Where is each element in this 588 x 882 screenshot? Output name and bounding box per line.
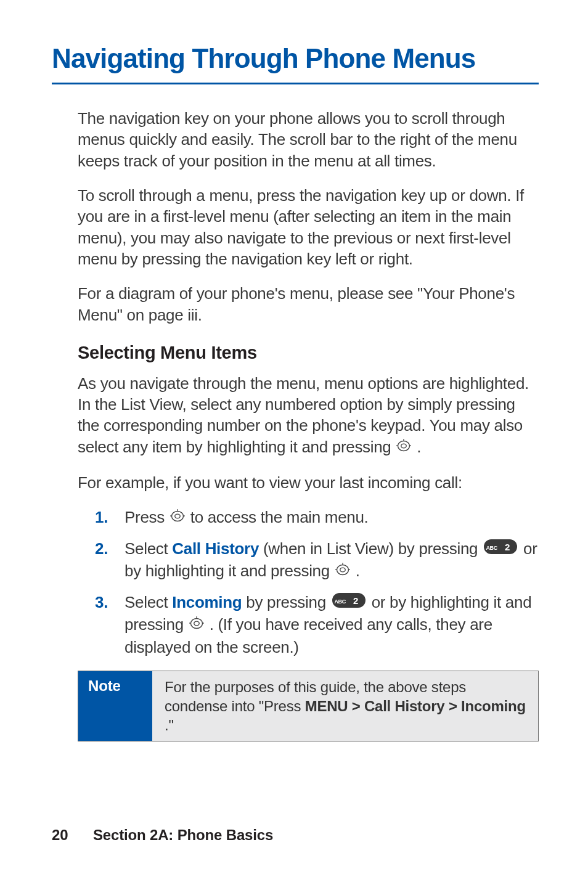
svg-point-9 (175, 514, 180, 518)
svg-point-21 (194, 621, 199, 626)
text: (when in List View) by pressing (263, 539, 482, 558)
key-digit: 2 (353, 595, 358, 606)
text: . (417, 438, 421, 456)
ok-key-icon (396, 436, 411, 457)
svg-point-8 (171, 512, 183, 521)
sub-heading: Selecting Menu Items (78, 343, 539, 363)
svg-point-4 (401, 444, 406, 448)
key-text: ABC (486, 544, 498, 550)
note-path: MENU > Call History > Incoming (305, 698, 526, 714)
step-number: 2. (95, 538, 125, 560)
step-text: Select Incoming by pressing ABC 2 or by … (125, 592, 539, 658)
page-content: Navigating Through Phone Menus The navig… (0, 0, 588, 741)
note-body: For the purposes of this guide, the abov… (152, 671, 538, 741)
steps-list: 1. Press t (78, 507, 539, 658)
step-number: 1. (95, 507, 125, 528)
text: . (356, 561, 360, 580)
text: As you navigate through the menu, menu o… (78, 374, 529, 456)
page-footer: 20 Section 2A: Phone Basics (52, 827, 273, 844)
svg-point-20 (190, 619, 202, 629)
body-block: The navigation key on your phone allows … (52, 108, 539, 741)
text: by pressing (246, 593, 330, 611)
note-label: Note (78, 671, 152, 741)
ok-key-icon (335, 560, 350, 582)
paragraph-3: For a diagram of your phone's menu, plea… (78, 283, 539, 325)
section-label: Section 2A: Phone Basics (93, 827, 273, 843)
step-1: 1. Press t (95, 507, 539, 529)
paragraph-1: The navigation key on your phone allows … (78, 108, 539, 171)
text: Press (125, 508, 169, 526)
heading-rule (52, 83, 539, 84)
page-number: 20 (52, 827, 68, 843)
abc-2-key-icon: ABC 2 (484, 538, 517, 560)
paragraph-2: To scroll through a menu, press the navi… (78, 185, 539, 269)
step-2: 2. Select Call History (when in List Vie… (95, 538, 539, 583)
svg-point-3 (398, 441, 410, 451)
note-box: Note For the purposes of this guide, the… (78, 671, 539, 742)
text: Select (125, 593, 172, 611)
incoming-label: Incoming (172, 593, 242, 611)
text: Select (125, 539, 172, 558)
svg-point-14 (337, 565, 348, 575)
paragraph-4: As you navigate through the menu, menu o… (78, 373, 539, 459)
call-history-label: Call History (172, 539, 259, 558)
svg-point-15 (340, 568, 345, 572)
step-number: 3. (95, 592, 125, 613)
text: to access the main menu. (190, 508, 369, 526)
key-text: ABC (334, 598, 346, 604)
text: ." (165, 717, 174, 733)
step-text: Select Call History (when in List View) … (125, 538, 539, 583)
paragraph-5: For example, if you want to view your la… (78, 472, 539, 493)
ok-key-icon (189, 614, 204, 635)
step-text: Press to access the main menu (125, 507, 539, 529)
step-3: 3. Select Incoming by pressing ABC 2 or … (95, 592, 539, 658)
abc-2-key-icon: ABC 2 (332, 592, 365, 613)
main-heading: Navigating Through Phone Menus (52, 43, 539, 74)
ok-key-icon (170, 507, 185, 528)
key-digit: 2 (505, 542, 510, 552)
